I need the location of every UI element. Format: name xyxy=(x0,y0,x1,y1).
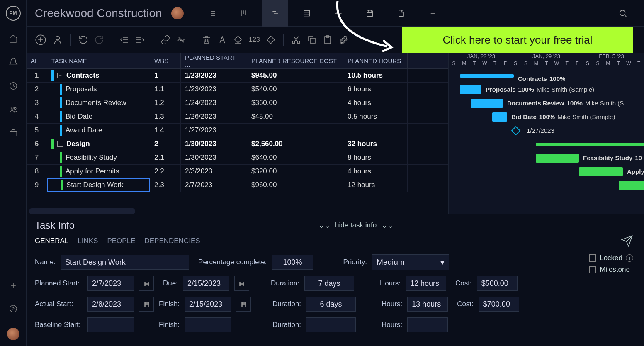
assignee-button[interactable] xyxy=(52,34,63,45)
clock-icon[interactable] xyxy=(9,81,18,92)
view-sheet[interactable] xyxy=(294,0,320,27)
finish-input[interactable] xyxy=(185,297,231,312)
col-wbs[interactable]: WBS xyxy=(150,53,181,68)
view-activity[interactable] xyxy=(326,0,351,27)
view-calendar[interactable] xyxy=(357,0,383,27)
gantt-bar[interactable]: Feasibility Study 10 xyxy=(536,154,579,163)
pct-input[interactable] xyxy=(272,255,313,270)
indent-button[interactable] xyxy=(135,35,145,45)
milestone-marker[interactable] xyxy=(511,126,521,135)
view-list[interactable] xyxy=(199,0,225,27)
tab-people[interactable]: PEOPLE xyxy=(107,237,135,245)
calendar-icon[interactable]: ▦ xyxy=(139,297,154,312)
col-hours[interactable]: PLANNED HOURS xyxy=(343,53,408,68)
gantt-bar[interactable]: Proposals 100% Mike Smith (Sample) xyxy=(460,85,481,94)
search-icon[interactable] xyxy=(610,0,636,27)
duration-input[interactable] xyxy=(304,276,354,291)
name-label: Name: xyxy=(35,258,56,266)
view-gantt[interactable] xyxy=(262,0,288,27)
actual-cost-input[interactable] xyxy=(479,297,519,312)
view-add[interactable] xyxy=(420,0,446,27)
chevron-down-icon: ⌄⌄ xyxy=(318,221,330,230)
cut-button[interactable] xyxy=(291,35,301,45)
table-row[interactable]: 5 Award Date 1.41/27/2023 xyxy=(27,124,448,137)
col-start[interactable]: PLANNED START ... xyxy=(181,53,247,68)
bell-icon[interactable] xyxy=(9,58,18,68)
delete-button[interactable] xyxy=(202,35,211,45)
h-scrollbar[interactable] xyxy=(29,208,135,214)
col-all[interactable]: ALL xyxy=(27,53,47,68)
people-icon[interactable] xyxy=(9,105,18,115)
undo-button[interactable] xyxy=(78,35,88,45)
baseline-hours-input[interactable] xyxy=(407,317,448,332)
col-name[interactable]: TASK NAME xyxy=(47,53,150,68)
add-button[interactable] xyxy=(35,34,46,46)
calendar-icon[interactable]: ▦ xyxy=(234,276,249,291)
gantt-bar[interactable]: Documents Review 100% Mike Smith (S... xyxy=(471,99,503,108)
gantt-bar[interactable] xyxy=(536,143,644,146)
gantt-chart: JAN, 22 '23JAN, 29 '23FEB, 5 '23 SMTWTFS… xyxy=(449,53,644,214)
gantt-row: Proposals 100% Mike Smith (Sample) xyxy=(449,83,644,96)
attach-button[interactable] xyxy=(338,35,348,45)
cta-button[interactable]: Click here to start your free trial xyxy=(402,27,633,53)
hide-task-info[interactable]: ⌄⌄ hide task info ⌄⌄ xyxy=(318,221,393,230)
view-board[interactable] xyxy=(231,0,257,27)
info-icon[interactable]: i xyxy=(626,254,633,262)
tab-dependencies[interactable]: DEPENDENCIES xyxy=(144,237,200,245)
svg-rect-5 xyxy=(304,10,309,16)
calendar-icon[interactable]: ▦ xyxy=(139,276,154,291)
table-row[interactable]: 7 Feasibility Study 2.11/30/2023$640.008… xyxy=(27,151,448,165)
milestone-checkbox[interactable] xyxy=(589,266,596,273)
hours-input[interactable] xyxy=(406,276,446,291)
baseline-duration-input[interactable] xyxy=(306,317,356,332)
user-avatar[interactable] xyxy=(7,328,19,340)
task-info-title: Task Info xyxy=(35,219,75,231)
baseline-finish-input[interactable] xyxy=(185,317,231,332)
briefcase-icon[interactable] xyxy=(9,129,18,139)
send-icon[interactable] xyxy=(621,235,633,249)
gantt-bar[interactable]: Apply f xyxy=(579,167,623,176)
name-input[interactable] xyxy=(61,255,189,270)
view-file[interactable] xyxy=(389,0,414,27)
plus-icon[interactable] xyxy=(9,281,17,291)
color-button[interactable] xyxy=(233,35,243,45)
table-row[interactable]: 6 −Design 21/30/2023$2,560.0032 hours xyxy=(27,137,448,151)
outdent-button[interactable] xyxy=(119,35,129,45)
redo-button[interactable] xyxy=(94,35,104,45)
paste-button[interactable] xyxy=(323,35,333,45)
col-cost[interactable]: PLANNED RESOURCE COST xyxy=(247,53,343,68)
gantt-bar[interactable]: Bid Date 100% Mike Smith (Sample) xyxy=(492,112,507,122)
text-button[interactable] xyxy=(217,35,227,45)
table-row[interactable]: 1 −Contracts 11/23/2023$945.0010.5 hours xyxy=(27,69,448,83)
actual-hours-input[interactable] xyxy=(407,297,448,312)
priority-select[interactable]: Medium▾ xyxy=(372,254,449,270)
home-icon[interactable] xyxy=(9,34,18,44)
baseline-start-input[interactable] xyxy=(87,317,134,332)
number-button[interactable]: 123 xyxy=(249,36,260,44)
table-row[interactable]: 3 Documents Review 1.21/24/2023$360.004 … xyxy=(27,96,448,110)
table-row[interactable]: 4 Bid Date 1.31/26/2023$45.000.5 hours xyxy=(27,110,448,124)
help-icon[interactable] xyxy=(9,304,18,314)
gantt-bar[interactable]: Contracts 100% xyxy=(460,74,514,78)
due-input[interactable] xyxy=(183,276,229,291)
actual-duration-input[interactable] xyxy=(306,297,356,312)
unlink-button[interactable] xyxy=(176,35,186,45)
calendar-icon[interactable]: ▦ xyxy=(236,297,251,312)
tab-links[interactable]: LINKS xyxy=(78,237,98,245)
svg-rect-12 xyxy=(310,38,315,43)
project-owner-avatar[interactable] xyxy=(171,7,184,19)
planned-start-input[interactable] xyxy=(87,276,134,291)
table-row[interactable]: 9 Start Design Work 2.32/7/2023$960.0012… xyxy=(27,178,448,192)
milestone-button[interactable] xyxy=(266,35,276,45)
task-grid: ALL TASK NAME WBS PLANNED START ... PLAN… xyxy=(27,53,449,214)
app-logo[interactable]: PM xyxy=(6,6,21,21)
actual-start-input[interactable] xyxy=(87,297,134,312)
gantt-bar[interactable] xyxy=(619,181,644,190)
table-row[interactable]: 2 Proposals 1.11/23/2023$540.006 hours xyxy=(27,83,448,96)
copy-button[interactable] xyxy=(307,35,317,45)
link-button[interactable] xyxy=(160,35,170,45)
tab-general[interactable]: GENERAL xyxy=(35,237,68,245)
locked-checkbox[interactable] xyxy=(589,254,596,262)
cost-input[interactable] xyxy=(477,276,518,291)
table-row[interactable]: 8 Apply for Permits 2.22/3/2023$320.004 … xyxy=(27,165,448,178)
